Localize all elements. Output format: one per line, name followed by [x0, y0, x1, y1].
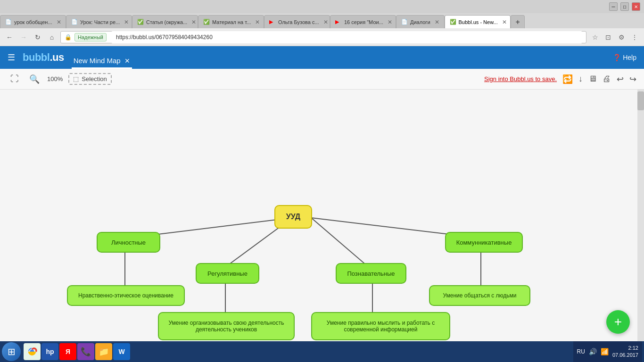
- node-nravstvenno[interactable]: Нравственно-этическое оценивание: [67, 285, 185, 306]
- close-tab-icon[interactable]: ✕: [124, 57, 130, 65]
- app-header: ☰ bubbl.us New Mind Map ✕ ❓ Help: [0, 46, 644, 69]
- taskbar-word[interactable]: W: [113, 343, 130, 360]
- tab-favicon-7: 📄: [401, 19, 408, 25]
- node-umenie-obshchatsia[interactable]: Умение общаться с людьми: [429, 285, 530, 306]
- close-btn[interactable]: ✕: [632, 2, 640, 11]
- question-icon: ❓: [613, 54, 621, 61]
- start-btn[interactable]: ⊞: [2, 342, 21, 361]
- redo-btn[interactable]: ↪: [629, 74, 636, 84]
- reload-btn[interactable]: ↻: [32, 32, 43, 43]
- node-kommunikativnye[interactable]: Коммунникативные: [445, 232, 523, 253]
- tab-4[interactable]: ✅ Материал на т... ✕: [198, 15, 264, 28]
- tab-close-2[interactable]: ✕: [124, 19, 129, 25]
- node-poznavatelnye[interactable]: Познавательные: [336, 263, 406, 284]
- help-btn[interactable]: ❓ Help: [613, 54, 636, 61]
- lock-icon: 🔒: [65, 34, 72, 41]
- tab-favicon-3: ✅: [137, 19, 144, 25]
- minimize-btn[interactable]: ─: [609, 2, 618, 11]
- taskbar-hp[interactable]: hp: [41, 343, 58, 360]
- canvas-area[interactable]: УУД Личностные Регулятивные Познавательн…: [0, 90, 644, 362]
- scrollbar-thumb: [637, 91, 644, 110]
- selection-icon: ⬚: [73, 75, 79, 82]
- tab-favicon-4: ✅: [203, 19, 210, 25]
- right-scrollbar[interactable]: [637, 90, 644, 362]
- menu-btn[interactable]: ⋮: [629, 32, 640, 43]
- sign-in-link[interactable]: Sign into Bubbl.us to save.: [484, 75, 557, 82]
- taskbar: ⊞ hp Я 📞 📁 W RU 🔊 📶 2:12 07.06.2017: [0, 341, 644, 362]
- share-btn[interactable]: 🔁: [562, 74, 573, 84]
- taskbar-viber[interactable]: 📞: [77, 343, 94, 360]
- taskbar-files[interactable]: 📁: [95, 343, 112, 360]
- tab-favicon-1: 📄: [5, 19, 12, 25]
- bookmark-btn[interactable]: ☆: [589, 32, 601, 43]
- print-btn[interactable]: 🖨: [603, 74, 611, 84]
- tab-favicon-5: ▶: [269, 19, 276, 25]
- tab-favicon-6: ▶: [335, 19, 342, 25]
- tab-close-6[interactable]: ✕: [388, 19, 392, 25]
- browser-frame: ─ □ ✕ 📄 урок обобщен... ✕ 📄 Урок: Части …: [0, 0, 644, 362]
- tab-3[interactable]: ✅ Статья (окружа... ✕: [132, 15, 198, 28]
- address-actions: ☆ ⊡ ⚙ ⋮: [589, 32, 640, 43]
- tab-2[interactable]: 📄 Урок: Части ре... ✕: [66, 15, 132, 28]
- forward-btn[interactable]: →: [18, 32, 29, 43]
- back-btn[interactable]: ←: [4, 32, 15, 43]
- new-tab-btn[interactable]: +: [511, 15, 525, 28]
- app-logo: bubbl.us: [23, 51, 64, 64]
- home-btn[interactable]: ⌂: [46, 32, 58, 43]
- tray-icon1: 🔊: [589, 348, 597, 355]
- node-umenie-organizovat[interactable]: Умение организовывать свою деятельность …: [158, 312, 295, 340]
- taskbar-tray: RU 🔊 📶 2:12 07.06.2017: [573, 341, 642, 362]
- fit-screen-btn[interactable]: ⛶: [8, 72, 22, 86]
- undo-btn[interactable]: ↩: [617, 74, 624, 84]
- secure-badge: Надежный: [74, 33, 107, 41]
- node-umenie-pravilno[interactable]: Умение правильно мыслить и работать с со…: [311, 312, 450, 340]
- tab-5[interactable]: ▶ Ольга Бузова с... ✕: [264, 15, 330, 28]
- address-bar: ← → ↻ ⌂ 🔒 Надежный ☆ ⊡ ⚙ ⋮: [0, 28, 644, 46]
- present-btn[interactable]: 🖥: [588, 74, 597, 84]
- cast-icon[interactable]: ⊡: [603, 32, 614, 43]
- node-lichnostnye[interactable]: Личностные: [97, 232, 160, 253]
- fab-add-btn[interactable]: +: [606, 310, 630, 334]
- tray-icon2: 📶: [601, 348, 609, 355]
- tab-close-7[interactable]: ✕: [435, 19, 439, 25]
- svg-line-2: [311, 218, 368, 266]
- zoom-level: 100%: [47, 75, 63, 82]
- tab-close-1[interactable]: ✕: [57, 19, 61, 25]
- tab-bar: 📄 урок обобщен... ✕ 📄 Урок: Части ре... …: [0, 13, 644, 28]
- title-bar: ─ □ ✕: [0, 0, 644, 13]
- lang-indicator: RU: [577, 348, 585, 355]
- zoom-btn[interactable]: 🔍: [27, 72, 41, 86]
- tab-close-4[interactable]: ✕: [255, 19, 260, 25]
- download-btn[interactable]: ↓: [578, 74, 583, 84]
- address-input[interactable]: [111, 31, 582, 43]
- header-right: ❓ Help: [613, 54, 636, 61]
- taskbar-clock: 2:12 07.06.2017: [612, 345, 638, 359]
- maximize-btn[interactable]: □: [620, 2, 629, 11]
- tab-close-3[interactable]: ✕: [191, 19, 196, 25]
- node-root[interactable]: УУД: [274, 205, 312, 229]
- tab-favicon-2: 📄: [71, 19, 78, 25]
- tab-close-8[interactable]: ✕: [502, 19, 507, 25]
- node-regulyativnye[interactable]: Регулятивные: [196, 263, 259, 284]
- tab-favicon-8: ✅: [450, 19, 456, 25]
- tab-1[interactable]: 📄 урок обобщен... ✕: [0, 15, 66, 28]
- mind-map-tab-title[interactable]: New Mind Map: [74, 57, 121, 65]
- taskbar-chrome[interactable]: [24, 343, 41, 360]
- tab-close-5[interactable]: ✕: [323, 19, 328, 25]
- tab-7[interactable]: 📄 Диалоги ✕: [396, 15, 445, 28]
- tab-8[interactable]: ✅ Bubbl.us - New... ✕: [445, 15, 511, 28]
- toolbar: ⛶ 🔍 100% ⬚ Selection Sign into Bubbl.us …: [0, 69, 644, 90]
- extensions-btn[interactable]: ⚙: [616, 32, 627, 43]
- toolbar-right: Sign into Bubbl.us to save. 🔁 ↓ 🖥 🖨 ↩ ↪: [484, 74, 636, 84]
- hamburger-icon[interactable]: ☰: [8, 52, 15, 63]
- tab-6[interactable]: ▶ 16 серия "Мои... ✕: [330, 15, 396, 28]
- taskbar-yandex[interactable]: Я: [59, 343, 76, 360]
- selection-tool[interactable]: ⬚ Selection: [68, 73, 111, 85]
